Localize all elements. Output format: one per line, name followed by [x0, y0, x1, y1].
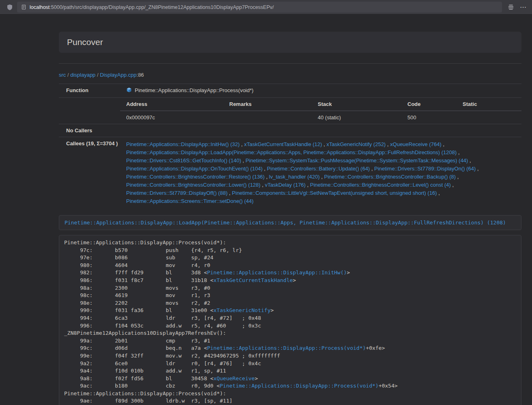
- address-value: 0x0000097c: [120, 111, 223, 124]
- breadcrumb-separator: /: [95, 72, 100, 78]
- code-symbol-link[interactable]: xTaskGetCurrentTaskHandle: [213, 277, 293, 283]
- callee-link[interactable]: xTaskGetCurrentTaskHandle (12): [244, 141, 322, 147]
- static-value: [457, 111, 521, 124]
- url-path: :5000/path/src/displayapp/DisplayApp.cpp…: [50, 4, 274, 10]
- code-symbol-link[interactable]: Pinetime::Applications::DisplayApp::Proc…: [207, 345, 366, 351]
- url-host: localhost: [30, 4, 50, 10]
- breadcrumb-separator: /: [66, 72, 70, 78]
- callee-link[interactable]: Pinetime::Components::LittleVgl::SetNewT…: [232, 190, 437, 196]
- col-code: Code: [401, 98, 457, 111]
- callee-link[interactable]: xQueueReceive (764): [390, 141, 441, 147]
- callee-link[interactable]: Pinetime::Controllers::Battery::Update()…: [267, 166, 370, 172]
- address-table: Address Remarks Stack Code Static 0x0000…: [120, 98, 521, 124]
- overflow-menu-icon[interactable]: ⋯: [520, 4, 526, 11]
- reader-view-icon[interactable]: [508, 4, 514, 11]
- col-remarks: Remarks: [223, 98, 312, 111]
- code-symbol-link[interactable]: xQueueReceive: [213, 375, 255, 381]
- symbol-panel: Pinetime::Applications::DisplayApp::Load…: [59, 215, 521, 230]
- no-callers-label: No Callers: [59, 124, 120, 137]
- col-static: Static: [457, 98, 521, 111]
- table-row: 0x0000097c 40 (static) 500: [120, 111, 521, 124]
- page-icon: [21, 4, 26, 10]
- callee-link[interactable]: xTaskGenericNotify (252): [327, 141, 386, 147]
- function-name: Pinetime::Applications::DisplayApp::Proc…: [135, 87, 254, 93]
- url-bar[interactable]: localhost:5000/path/src/displayapp/Displ…: [17, 2, 502, 13]
- function-label: Function: [59, 84, 120, 97]
- stack-value: 40 (static): [312, 111, 401, 124]
- callee-link[interactable]: Pinetime::Controllers::BrightnessControl…: [126, 174, 265, 180]
- callee-link[interactable]: Pinetime::Applications::DisplayApp::Init…: [126, 141, 240, 147]
- breadcrumb: src / displayapp / DisplayApp.cpp:86: [59, 72, 521, 78]
- breadcrumb-link[interactable]: displayapp: [70, 72, 95, 78]
- callee-link[interactable]: Pinetime::Applications::DisplayApp::Load…: [126, 149, 457, 155]
- callee-link[interactable]: vTaskDelay (176): [265, 182, 306, 188]
- code-symbol-link[interactable]: Pinetime::Applications::DisplayApp::Init…: [207, 269, 347, 276]
- page-title: Puncover: [67, 37, 103, 47]
- function-icon: [126, 87, 132, 94]
- main-content: Puncover src / displayapp / DisplayApp.c…: [59, 32, 521, 405]
- app-header: Puncover: [59, 32, 521, 53]
- callee-link[interactable]: Pinetime::Controllers::BrightnessControl…: [126, 182, 261, 188]
- line-number: :86: [137, 72, 144, 78]
- address-row: Address Remarks Stack Code Static 0x0000…: [59, 98, 521, 124]
- divider: [59, 63, 521, 64]
- callees-row: Callees (19, Σ=3704 ) Pinetime::Applicat…: [59, 137, 521, 209]
- callee-link[interactable]: Pinetime::Drivers::St7789::DisplayOn() (…: [374, 166, 476, 172]
- panel-symbol-link[interactable]: Pinetime::Applications::DisplayApp::Load…: [65, 220, 506, 226]
- shield-icon[interactable]: [6, 4, 13, 11]
- function-row: Function Pinetime::Applications::Display…: [59, 84, 521, 98]
- disassembly-block: Pinetime::Applications::DisplayApp::Proc…: [59, 235, 521, 405]
- callee-link[interactable]: lv_task_handler (420): [269, 174, 320, 180]
- callee-link[interactable]: Pinetime::System::SystemTask::PushMessag…: [246, 157, 468, 164]
- col-address: Address: [120, 98, 223, 111]
- code-symbol-link[interactable]: xTaskGenericNotify: [213, 307, 271, 313]
- col-stack: Stack: [312, 98, 401, 111]
- no-callers-row: No Callers: [59, 124, 521, 137]
- callee-link[interactable]: Pinetime::Drivers::Cst816S::GetTouchInfo…: [126, 157, 241, 164]
- breadcrumb-link[interactable]: src: [59, 72, 66, 78]
- browser-toolbar: localhost:5000/path/src/displayapp/Displ…: [0, 0, 532, 15]
- table-header-row: Address Remarks Stack Code Static: [120, 98, 521, 111]
- callee-link[interactable]: Pinetime::Controllers::BrightnessControl…: [310, 182, 451, 188]
- callee-link[interactable]: Pinetime::Applications::Screens::Timer::…: [126, 198, 254, 204]
- breadcrumb-link[interactable]: DisplayApp.cpp: [100, 72, 136, 78]
- callee-link[interactable]: Pinetime::Applications::DisplayApp::OnTo…: [126, 166, 263, 172]
- callee-link[interactable]: Pinetime::Drivers::St7789::DisplayOff() …: [126, 190, 228, 196]
- callees-label: Callees (19, Σ=3704 ): [59, 137, 120, 209]
- callee-link[interactable]: Pinetime::Controllers::BrightnessControl…: [324, 174, 456, 180]
- code-symbol-link[interactable]: Pinetime::Applications::DisplayApp::Proc…: [220, 383, 379, 389]
- remarks-value: [223, 111, 312, 124]
- code-size-value: 500: [401, 111, 457, 124]
- symbol-table: Function Pinetime::Applications::Display…: [59, 84, 521, 209]
- callees-list: Pinetime::Applications::DisplayApp::Init…: [120, 137, 521, 209]
